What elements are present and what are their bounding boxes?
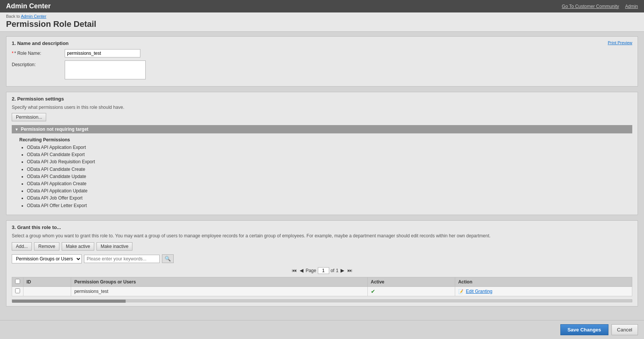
table-header-active: Active xyxy=(367,277,455,286)
table-header-action: Action xyxy=(455,277,632,286)
recruiting-permissions-title: Recruiting Permissions xyxy=(19,137,629,142)
list-item: OData API Application Update xyxy=(27,187,629,195)
data-table: ID Permission Groups or Users Active Act… xyxy=(12,277,632,296)
total-pages: 1 xyxy=(336,268,339,273)
table-header-checkbox xyxy=(12,277,23,286)
permission-button[interactable]: Permission... xyxy=(12,113,46,121)
row-action: 📝 Edit Granting xyxy=(455,286,632,296)
scrollbar-thumb xyxy=(12,300,126,303)
admin-link[interactable]: Admin xyxy=(625,4,638,9)
role-name-row: ** Role Name: xyxy=(12,49,632,57)
list-item: OData API Candidate Update xyxy=(27,173,629,180)
app-title: Admin Center xyxy=(6,2,51,10)
filter-input[interactable] xyxy=(84,255,160,263)
row-active: ✔ xyxy=(367,286,455,296)
search-button[interactable]: 🔍 xyxy=(162,254,174,263)
top-bar-links: Go To Customer Community Admin xyxy=(562,4,638,9)
required-star: * xyxy=(12,51,14,56)
breadcrumb-area: Back to Admin Center Permission Role Det… xyxy=(0,12,644,32)
page-title: Permission Role Detail xyxy=(6,19,638,31)
back-text: Back to xyxy=(6,14,20,19)
row-checkbox-cell xyxy=(12,286,23,296)
list-item: OData API Offer Letter Export xyxy=(27,202,629,209)
list-item: OData API Job Offer Export xyxy=(27,195,629,202)
row-id xyxy=(23,286,71,296)
list-item: OData API Job Requisition Export xyxy=(27,158,629,166)
description-label: Description: xyxy=(12,60,65,67)
grant-section-desc: Select a group whom you want to grant th… xyxy=(12,233,632,238)
permission-group-header-label: Permission not requiring target xyxy=(21,127,89,132)
next-page-button[interactable]: ▶ xyxy=(340,268,345,273)
edit-granting-link[interactable]: Edit Granting xyxy=(466,289,492,294)
make-active-button[interactable]: Make active xyxy=(62,242,94,251)
collapse-icon: ▼ xyxy=(15,127,19,132)
active-checkmark: ✔ xyxy=(371,288,375,294)
permission-group-header[interactable]: ▼ Permission not requiring target xyxy=(12,125,632,133)
breadcrumb: Back to Admin Center xyxy=(6,14,638,19)
recruiting-permissions-list: OData API Application Export OData API C… xyxy=(19,144,629,209)
role-name-label: ** Role Name: xyxy=(12,49,65,56)
role-name-input[interactable] xyxy=(65,49,140,57)
main-content: Print Preview 1. Name and description **… xyxy=(0,32,644,339)
description-row: Description: xyxy=(12,60,632,79)
recruiting-permissions: Recruiting Permissions OData API Applica… xyxy=(12,136,632,211)
prev-page-button[interactable]: ◀ xyxy=(299,268,304,273)
bottom-bar: Save Changes Cancel xyxy=(0,320,644,339)
edit-icon: 📝 xyxy=(458,289,464,294)
add-button[interactable]: Add... xyxy=(12,242,32,251)
section-grant-role: 3. Grant this role to... Select a group … xyxy=(6,220,638,306)
cancel-button[interactable]: Cancel xyxy=(611,324,638,335)
table-header-name: Permission Groups or Users xyxy=(71,277,367,286)
action-buttons: Add... Remove Make active Make inactive xyxy=(12,242,632,251)
page-input[interactable] xyxy=(318,267,329,274)
list-item: OData API Application Export xyxy=(27,144,629,151)
filter-select[interactable]: Permission Groups or Users xyxy=(12,254,82,263)
first-page-button[interactable]: ⏮ xyxy=(291,268,297,273)
filter-row: Permission Groups or Users 🔍 xyxy=(12,254,632,263)
section3-title: 3. Grant this role to... xyxy=(12,224,632,230)
save-changes-button[interactable]: Save Changes xyxy=(560,324,608,335)
list-item: OData API Candidate Create xyxy=(27,166,629,173)
make-inactive-button[interactable]: Make inactive xyxy=(96,242,132,251)
section1-title: 1. Name and description xyxy=(12,40,632,46)
section2-title: 2. Permission settings xyxy=(12,96,632,102)
section-name-description: Print Preview 1. Name and description **… xyxy=(6,36,638,87)
row-checkbox[interactable] xyxy=(15,288,20,293)
pagination-row: ⏮ ◀ Page of 1 ▶ ⏭ xyxy=(12,267,632,274)
top-bar: Admin Center Go To Customer Community Ad… xyxy=(0,0,644,12)
row-name: permissions_test xyxy=(71,286,367,296)
section-permission-settings: 2. Permission settings Specify what perm… xyxy=(6,92,638,215)
last-page-button[interactable]: ⏭ xyxy=(347,268,353,273)
table-row: permissions_test ✔ 📝 Edit Granting xyxy=(12,286,632,296)
of-label: of xyxy=(331,268,334,273)
list-item: OData API Application Create xyxy=(27,180,629,187)
list-item: OData API Candidate Export xyxy=(27,151,629,158)
admin-center-link[interactable]: Admin Center xyxy=(21,14,46,19)
print-preview-link[interactable]: Print Preview xyxy=(608,40,632,45)
permission-settings-desc: Specify what permissions users in this r… xyxy=(12,105,632,110)
customer-community-link[interactable]: Go To Customer Community xyxy=(562,4,619,9)
table-header-id: ID xyxy=(23,277,71,286)
search-icon: 🔍 xyxy=(165,256,171,262)
page-label: Page xyxy=(306,268,316,273)
remove-button[interactable]: Remove xyxy=(34,242,59,251)
description-textarea[interactable] xyxy=(65,60,146,79)
scrollbar-track[interactable] xyxy=(12,299,632,302)
select-all-checkbox[interactable] xyxy=(15,279,20,284)
